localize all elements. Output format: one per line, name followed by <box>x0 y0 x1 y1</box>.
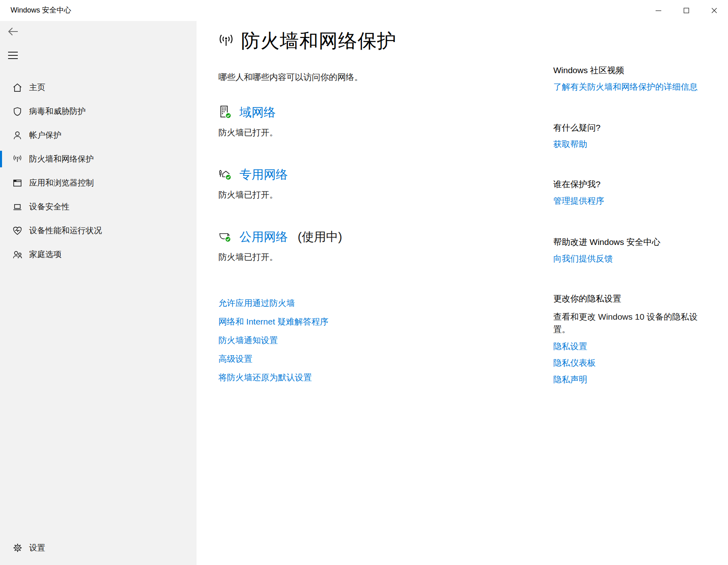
public-network-active-suffix: (使用中) <box>298 229 342 245</box>
give-feedback-link[interactable]: 向我们提供反馈 <box>553 253 720 264</box>
sidebar-item-label: 家庭选项 <box>29 249 61 260</box>
heart-pulse-icon <box>12 226 23 236</box>
privacy-description: 查看和更改 Windows 10 设备的隐私设置。 <box>553 310 706 335</box>
windows-security-window: Windows 安全中心 主页 <box>0 0 728 565</box>
privacy-settings-link[interactable]: 隐私设置 <box>553 341 720 352</box>
help-group-improve-security: 帮助改进 Windows 安全中心 向我们提供反馈 <box>553 236 720 264</box>
sidebar: 主页 病毒和威胁防护 帐户保护 防火墙和网络保护 <box>0 21 197 565</box>
sidebar-item-home[interactable]: 主页 <box>0 76 197 99</box>
family-icon <box>12 249 23 260</box>
network-internet-troubleshooter-link[interactable]: 网络和 Internet 疑难解答程序 <box>218 316 328 327</box>
get-help-link[interactable]: 获取帮助 <box>553 139 720 150</box>
domain-network-status: 防火墙已打开。 <box>218 127 278 138</box>
sidebar-item-device-performance-health[interactable]: 设备性能和运行状况 <box>0 219 197 242</box>
sidebar-item-device-security[interactable]: 设备安全性 <box>0 195 197 219</box>
restore-firewall-defaults-link[interactable]: 将防火墙还原为默认设置 <box>218 372 328 383</box>
help-heading: 有什么疑问? <box>553 122 720 133</box>
learn-more-firewall-link[interactable]: 了解有关防火墙和网络保护的详细信息 <box>553 81 720 93</box>
firewall-icon <box>12 154 23 164</box>
window-title: Windows 安全中心 <box>11 5 71 15</box>
maximize-button[interactable] <box>672 0 700 21</box>
hamburger-icon <box>7 50 19 61</box>
public-network-link[interactable]: 公用网络 <box>239 229 288 245</box>
domain-network-section: 域网络 防火墙已打开。 <box>218 103 278 138</box>
private-network-section: 专用网络 防火墙已打开。 <box>218 166 288 200</box>
help-heading: 帮助改进 Windows 安全中心 <box>553 236 720 248</box>
firewall-notification-settings-link[interactable]: 防火墙通知设置 <box>218 335 328 346</box>
advanced-settings-link[interactable]: 高级设置 <box>218 353 328 365</box>
laptop-icon <box>12 202 23 212</box>
help-group-community-videos: Windows 社区视频 了解有关防火墙和网络保护的详细信息 <box>553 65 720 93</box>
help-heading: 更改你的隐私设置 <box>553 293 720 304</box>
maximize-icon <box>681 6 691 15</box>
sidebar-item-label: 设备性能和运行状况 <box>29 225 102 236</box>
sidebar-item-label: 应用和浏览器控制 <box>29 177 94 188</box>
domain-network-icon <box>218 105 233 120</box>
allow-app-through-firewall-link[interactable]: 允许应用通过防火墙 <box>218 297 328 309</box>
firewall-page-icon <box>218 33 235 50</box>
sidebar-item-firewall-network-protection[interactable]: 防火墙和网络保护 <box>0 147 197 171</box>
titlebar: Windows 安全中心 <box>0 0 728 21</box>
privacy-statement-link[interactable]: 隐私声明 <box>553 374 720 385</box>
sidebar-item-family-options[interactable]: 家庭选项 <box>0 242 197 266</box>
page-title: 防火墙和网络保护 <box>241 28 396 54</box>
app-browser-icon <box>12 178 23 188</box>
hamburger-menu-button[interactable] <box>6 49 20 61</box>
active-indicator <box>0 151 2 167</box>
back-button[interactable] <box>6 24 20 39</box>
help-heading: 谁在保护我? <box>553 179 720 190</box>
person-icon <box>12 130 23 141</box>
sidebar-item-label: 帐户保护 <box>29 130 61 141</box>
help-heading: Windows 社区视频 <box>553 65 720 76</box>
private-network-icon <box>218 167 233 182</box>
gear-icon <box>12 543 23 553</box>
back-arrow-icon <box>6 25 19 38</box>
sidebar-item-label: 设备安全性 <box>29 201 70 212</box>
page-header: 防火墙和网络保护 <box>218 28 396 54</box>
public-network-section: 公用网络 (使用中) 防火墙已打开。 <box>218 228 342 263</box>
minimize-icon <box>654 6 663 15</box>
help-group-privacy-settings: 更改你的隐私设置 查看和更改 Windows 10 设备的隐私设置。 隐私设置 … <box>553 293 720 385</box>
public-network-status: 防火墙已打开。 <box>218 251 342 263</box>
sidebar-item-settings[interactable]: 设置 <box>0 536 197 560</box>
help-group-who-protects-me: 谁在保护我? 管理提供程序 <box>553 179 720 207</box>
sidebar-item-label: 病毒和威胁防护 <box>29 106 86 117</box>
privacy-dashboard-link[interactable]: 隐私仪表板 <box>553 357 720 369</box>
public-network-icon <box>218 229 233 245</box>
close-icon <box>709 6 719 15</box>
home-icon <box>12 82 23 93</box>
sidebar-item-app-browser-control[interactable]: 应用和浏览器控制 <box>0 171 197 195</box>
domain-network-link[interactable]: 域网络 <box>239 104 276 121</box>
minimize-button[interactable] <box>644 0 672 21</box>
sidebar-item-label: 主页 <box>29 82 45 93</box>
close-button[interactable] <box>700 0 728 21</box>
firewall-action-links: 允许应用通过防火墙 网络和 Internet 疑难解答程序 防火墙通知设置 高级… <box>218 297 328 390</box>
sidebar-item-virus-threat-protection[interactable]: 病毒和威胁防护 <box>0 99 197 123</box>
shield-icon <box>12 106 23 117</box>
private-network-status: 防火墙已打开。 <box>218 189 288 200</box>
manage-providers-link[interactable]: 管理提供程序 <box>553 195 720 207</box>
help-group-questions: 有什么疑问? 获取帮助 <box>553 122 720 150</box>
sidebar-item-account-protection[interactable]: 帐户保护 <box>0 123 197 147</box>
page-subtitle: 哪些人和哪些内容可以访问你的网络。 <box>218 72 363 83</box>
private-network-link[interactable]: 专用网络 <box>239 167 288 183</box>
sidebar-item-label: 防火墙和网络保护 <box>29 154 94 164</box>
sidebar-nav: 主页 病毒和威胁防护 帐户保护 防火墙和网络保护 <box>0 76 197 266</box>
window-controls <box>644 0 728 21</box>
settings-label: 设置 <box>29 542 45 553</box>
